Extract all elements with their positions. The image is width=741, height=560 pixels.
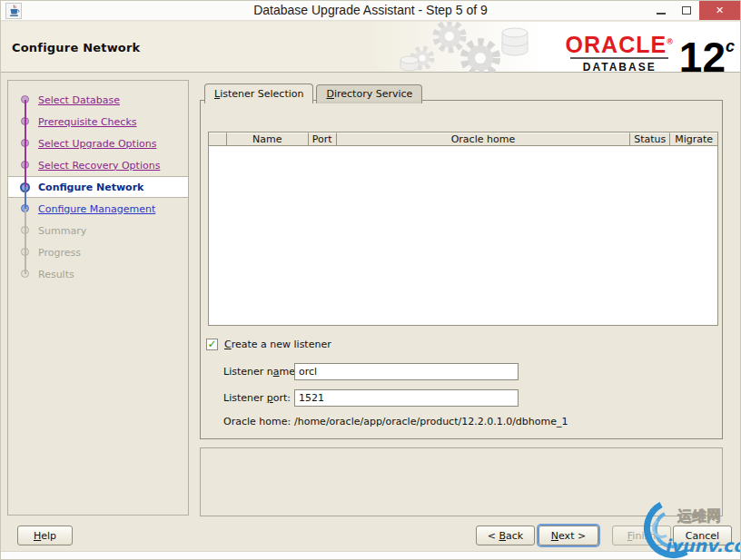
checkmark-icon: ✓ (207, 338, 216, 350)
step-connector-future (25, 209, 26, 274)
maximize-button[interactable] (674, 1, 699, 20)
minimize-button[interactable] (648, 1, 674, 20)
sidebar-step-prerequisite-checks[interactable]: Prerequisite Checks (8, 111, 188, 133)
tab-listener-selection[interactable]: Listener Selection (204, 84, 313, 103)
sidebar-step-results: Results (8, 263, 188, 285)
listener-name-label: Listener name: (223, 363, 299, 380)
wizard-header: Configure Network (1, 22, 741, 73)
create-listener-label: Create a new listener (224, 339, 331, 350)
maximize-icon (682, 6, 691, 15)
sidebar-step-select-database[interactable]: Select Database (8, 89, 188, 111)
close-button[interactable]: ✕ (699, 1, 740, 20)
sidebar-step-configure-management[interactable]: Configure Management (8, 198, 188, 220)
listener-selection-panel: Name Port Oracle home Status Migrate ✓ C… (200, 100, 723, 439)
column-header-select[interactable] (209, 133, 227, 145)
listener-name-input[interactable] (294, 363, 519, 380)
back-button[interactable]: < Back (476, 526, 535, 545)
create-listener-row: ✓ Create a new listener (206, 339, 331, 350)
sidebar-step-summary: Summary (8, 220, 188, 241)
sidebar-step-select-upgrade-options[interactable]: Select Upgrade Options (8, 133, 188, 154)
column-header-status[interactable]: Status (630, 133, 670, 145)
dbua-window: Database Upgrade Assistant - Step 5 of 9… (0, 0, 741, 560)
window-bottom-edge (1, 551, 740, 559)
oracle-home-value: /home/oracle/app/oracle/product/12.2.0.1… (294, 415, 568, 428)
close-icon: ✕ (716, 5, 724, 16)
oracle-wordmark: ORACLE® (566, 30, 674, 56)
oracle-home-label: Oracle home: (223, 413, 291, 430)
tab-directory-service[interactable]: Directory Service (316, 84, 422, 103)
sidebar-step-configure-network[interactable]: Configure Network (8, 176, 188, 198)
database-wordmark: DATABASE (583, 61, 657, 74)
listener-port-label: Listener port: (223, 389, 291, 407)
page-title: Configure Network (12, 41, 140, 54)
step-list: Select Database Prerequisite Checks Sele… (8, 81, 188, 285)
wizard-steps-sidebar: Select Database Prerequisite Checks Sele… (7, 80, 189, 516)
column-header-name[interactable]: Name (227, 133, 309, 145)
help-button[interactable]: Help (17, 526, 73, 545)
column-header-migrate[interactable]: Migrate (670, 133, 717, 145)
message-box (200, 447, 723, 516)
listener-port-input[interactable] (294, 389, 519, 407)
logo-rule (570, 57, 668, 59)
window-controls: ✕ (648, 1, 740, 21)
minimize-icon (657, 13, 666, 15)
gears-database-art-icon (393, 22, 548, 76)
step-connector-current (25, 187, 26, 209)
finish-button: Finish (612, 526, 671, 545)
sidebar-step-select-recovery-options[interactable]: Select Recovery Options (8, 154, 188, 176)
oracle-12c-logo: ORACLE® DATABASE 12c (566, 25, 735, 79)
java-app-icon (5, 3, 22, 19)
version-12c: 12c (679, 25, 735, 79)
column-header-oracle-home[interactable]: Oracle home (337, 133, 631, 145)
tab-bar: Listener Selection Directory Service (204, 84, 425, 103)
create-listener-checkbox[interactable]: ✓ (206, 339, 218, 350)
listener-table-header: Name Port Oracle home Status Migrate (209, 133, 717, 146)
listener-table[interactable]: Name Port Oracle home Status Migrate (208, 132, 718, 326)
next-button[interactable]: Next > (538, 526, 598, 545)
cancel-button[interactable]: Cancel (673, 526, 732, 545)
window-title: Database Upgrade Assistant - Step 5 of 9 (92, 3, 649, 17)
step-connector-visited (25, 100, 26, 187)
title-bar: Database Upgrade Assistant - Step 5 of 9… (1, 1, 740, 21)
sidebar-step-progress: Progress (8, 241, 188, 263)
column-header-port[interactable]: Port (309, 133, 337, 145)
